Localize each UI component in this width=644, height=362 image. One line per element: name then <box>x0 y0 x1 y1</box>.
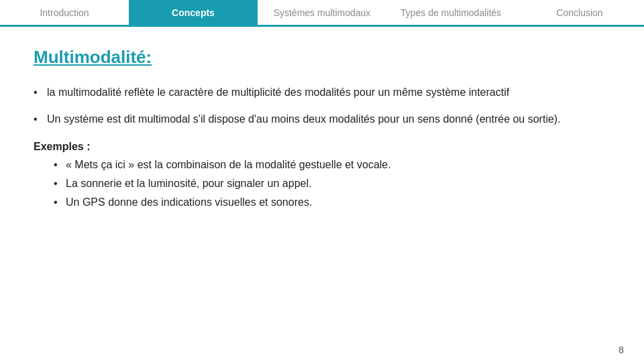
bullet-item-2: Un système est dit multimodal s'il dispo… <box>34 111 610 127</box>
examples-label: Exemples : <box>34 141 610 153</box>
nav-item-conclusion[interactable]: Conclusion <box>515 0 644 25</box>
nav-label-systemes: Systèmes multimodaux <box>274 7 371 18</box>
nav-label-introduction: Introduction <box>40 7 89 18</box>
nav-label-concepts: Concepts <box>172 7 215 18</box>
nav-item-concepts[interactable]: Concepts <box>129 0 258 25</box>
nav-item-systemes[interactable]: Systèmes multimodaux <box>258 0 386 25</box>
nav-label-conclusion: Conclusion <box>556 7 602 18</box>
navigation-bar: Introduction Concepts Systèmes multimoda… <box>0 0 644 27</box>
examples-list: « Mets ça ici » est la combinaison de la… <box>34 157 610 210</box>
example-item-3: Un GPS donne des indications visuelles e… <box>54 194 610 210</box>
bullet-list: la multimodalité reflète le caractère de… <box>34 84 610 127</box>
example-item-2: La sonnerie et la luminosité, pour signa… <box>54 176 610 192</box>
bullet-item-1: la multimodalité reflète le caractère de… <box>34 84 610 101</box>
nav-item-introduction[interactable]: Introduction <box>0 0 129 25</box>
page-number: 8 <box>619 345 624 355</box>
main-content: Multimodalité: la multimodalité reflète … <box>0 27 644 227</box>
nav-label-types: Types de multimodalités <box>400 7 501 18</box>
examples-section: Exemples : « Mets ça ici » est la combin… <box>34 141 610 210</box>
slide-title: Multimodalité: <box>34 47 610 68</box>
example-item-1: « Mets ça ici » est la combinaison de la… <box>54 157 610 173</box>
nav-item-types[interactable]: Types de multimodalités <box>386 0 515 25</box>
